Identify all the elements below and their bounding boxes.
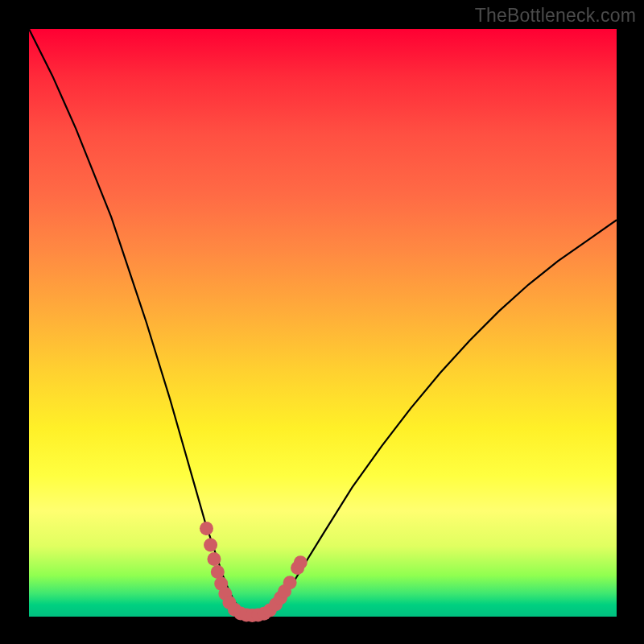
highlight-dot (207, 552, 221, 566)
highlight-dot (204, 538, 217, 551)
highlight-dot (211, 565, 225, 579)
bottleneck-chart (0, 0, 644, 644)
highlight-dot (200, 522, 213, 535)
watermark-text: TheBottleneck.com (475, 5, 636, 27)
highlight-dot (294, 555, 308, 569)
highlight-dot (283, 576, 297, 589)
curve-line (29, 29, 617, 616)
